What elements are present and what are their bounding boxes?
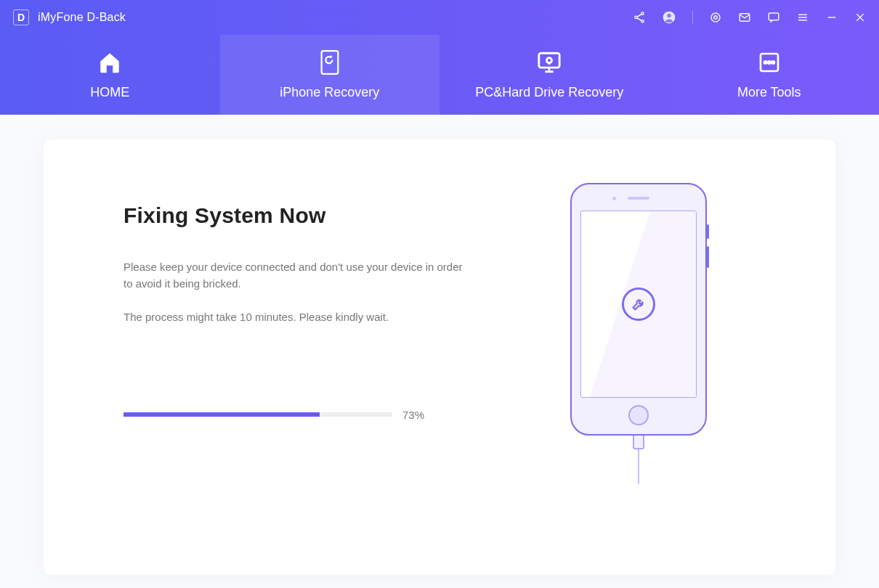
- svg-rect-18: [539, 53, 559, 68]
- nav-iphone-recovery[interactable]: iPhone Recovery: [220, 35, 440, 115]
- home-icon: [97, 50, 123, 75]
- close-icon[interactable]: [854, 12, 866, 23]
- app-logo: D: [13, 9, 29, 25]
- content-area: Fixing System Now Please keep your devic…: [0, 115, 879, 588]
- page-title: Fixing System Now: [123, 203, 463, 228]
- svg-line-4: [637, 18, 641, 21]
- nav-label: iPhone Recovery: [280, 85, 379, 100]
- phone-side-button: [707, 246, 709, 268]
- instruction-text-2: The process might take 10 minutes. Pleas…: [123, 309, 463, 325]
- monitor-icon: [537, 50, 562, 75]
- main-nav: HOME iPhone Recovery PC&Hard Drive Recov…: [0, 35, 879, 115]
- cable-wire: [638, 449, 639, 484]
- svg-line-3: [637, 15, 641, 17]
- svg-point-24: [764, 61, 766, 63]
- svg-rect-10: [769, 13, 779, 20]
- svg-point-2: [641, 20, 644, 23]
- nav-more-tools[interactable]: More Tools: [660, 35, 880, 115]
- share-icon[interactable]: [633, 11, 646, 24]
- phone-speaker: [628, 197, 649, 200]
- minimize-icon[interactable]: [825, 11, 838, 24]
- main-card: Fixing System Now Please keep your devic…: [44, 139, 835, 575]
- svg-point-6: [667, 14, 671, 17]
- titlebar-divider: [692, 11, 693, 24]
- nav-pc-recovery[interactable]: PC&Hard Drive Recovery: [440, 35, 660, 115]
- phone-home-button: [628, 405, 649, 425]
- svg-point-25: [768, 61, 770, 63]
- progress-bar: [123, 412, 392, 417]
- wrench-icon: [622, 287, 655, 321]
- instruction-text-1: Please keep your device connected and do…: [123, 258, 463, 293]
- phone-outline: [570, 183, 707, 436]
- more-icon: [758, 50, 781, 75]
- mail-icon[interactable]: [738, 11, 751, 24]
- nav-home[interactable]: HOME: [0, 35, 220, 115]
- nav-label: PC&Hard Drive Recovery: [475, 85, 623, 100]
- account-icon[interactable]: [662, 10, 676, 25]
- phone-side-button: [707, 224, 709, 239]
- menu-icon[interactable]: [796, 11, 809, 24]
- nav-label: HOME: [90, 85, 129, 100]
- phone-screen: [580, 211, 697, 398]
- svg-point-1: [635, 16, 637, 18]
- svg-point-26: [771, 61, 774, 63]
- svg-point-19: [547, 57, 552, 62]
- phone-camera: [612, 197, 616, 200]
- settings-icon[interactable]: [709, 11, 722, 24]
- svg-point-7: [711, 13, 720, 22]
- cable-connector: [633, 435, 644, 449]
- phone-refresh-icon: [320, 50, 340, 75]
- svg-point-0: [641, 12, 644, 15]
- nav-label: More Tools: [737, 85, 801, 100]
- titlebar: D iMyFone D-Back: [0, 0, 879, 35]
- app-title: iMyFone D-Back: [38, 11, 126, 24]
- progress-fill: [123, 412, 320, 417]
- svg-point-8: [714, 16, 718, 20]
- progress-row: 73%: [123, 409, 463, 421]
- feedback-icon[interactable]: [767, 11, 780, 24]
- phone-illustration: [570, 183, 707, 484]
- progress-percent-label: 73%: [402, 409, 424, 421]
